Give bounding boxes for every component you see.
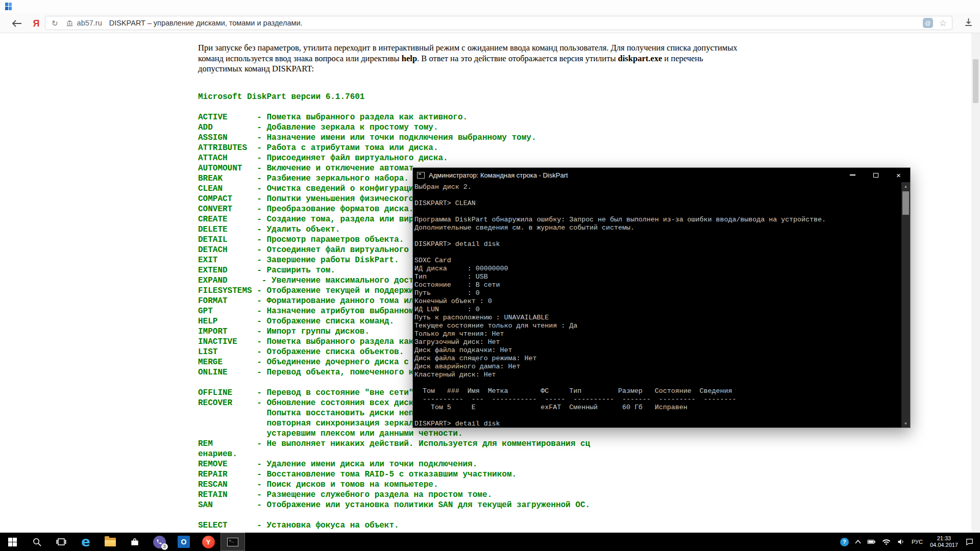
action-center-button[interactable] [962,533,977,551]
taskbar-store-button[interactable] [122,533,147,551]
intro-line-2c: и перечень [662,54,703,63]
clock-date: 04.04.2017 [930,542,958,548]
close-icon: × [896,171,901,179]
maximize-icon [873,173,878,178]
taskbar-cmd-button[interactable]: >_ [220,533,245,551]
download-icon [964,18,973,27]
viber-icon: 3 [153,536,166,548]
window-controls: × [841,168,910,182]
downloads-button[interactable] [964,18,973,27]
yandex-browser-icon: Y [202,536,215,548]
taskbar-viber-button[interactable]: 3 [147,533,172,551]
cmd-window-icon [417,172,425,179]
windows-logo-icon [8,537,17,547]
help-icon: ? [840,538,849,546]
intro-line-3: допустимых команд DISKPART: [198,64,314,73]
taskbar-outlook-button[interactable]: O [172,533,196,551]
minimize-button[interactable] [841,168,864,182]
task-view-button[interactable] [49,533,74,551]
language-indicator[interactable]: РУС [909,533,926,551]
edge-icon: e [81,535,90,548]
search-icon [32,537,42,547]
console-title: Администратор: Командная строка - DiskPa… [429,171,568,179]
maximize-button[interactable] [864,168,887,182]
intro-bold-help: help [402,54,417,63]
intro-line-1: При запуске без параметров, утилита пере… [198,43,738,53]
console-titlebar[interactable]: Администратор: Командная строка - DiskPa… [413,168,910,182]
page-title-text: DISKPART – управление дисками, томами и … [109,19,303,27]
browser-tab-strip [0,0,980,13]
minimize-icon [850,174,855,176]
folder-icon [105,538,116,546]
task-view-icon [56,537,66,547]
scroll-down-icon[interactable]: ▼ [901,419,910,428]
taskbar-edge-button[interactable]: e [74,533,98,551]
volume-status[interactable] [894,533,909,551]
console-body[interactable]: Выбран диск 2. DISKPART> CLEAN Программа… [413,182,901,428]
chevron-up-icon [855,540,861,544]
notification-badge: 3 [161,543,168,550]
refresh-icon[interactable]: ↻ [52,19,58,27]
scroll-up-icon[interactable]: ▲ [901,182,910,190]
browser-toolbar: Я ↻ ab57.ru DISKPART – управление дискам… [0,13,980,33]
tray-expand-button[interactable] [852,533,864,551]
address-bar[interactable]: ↻ ab57.ru DISKPART – управление дисками,… [45,16,952,30]
battery-icon [867,538,876,546]
close-button[interactable]: × [887,168,910,182]
network-status[interactable] [879,533,894,551]
cmd-icon: >_ [227,538,238,546]
intro-line-2a: команд используется ввод знака вопроса и… [198,54,402,63]
page-scrollbar-thumb[interactable] [973,59,978,103]
back-button[interactable] [10,18,23,29]
yandex-logo-button[interactable]: Я [30,17,43,30]
intro-bold-diskpart: diskpart.exe [618,54,663,63]
console-scrollbar-thumb[interactable] [902,191,909,215]
taskbar: e 3 O Y >_ ? [0,533,980,551]
tray-clock[interactable]: 21:33 04.04.2017 [926,535,962,548]
system-tray: ? РУС 21:33 04. [837,533,980,551]
site-icon [66,20,73,27]
taskbar-search-button[interactable] [24,533,49,551]
clock-time: 21:33 [930,535,958,542]
wifi-icon [882,538,891,546]
tab-favicon[interactable] [5,3,12,11]
intro-line-2b: . В ответ на это действие отображается в… [417,54,618,63]
back-arrow-icon [12,19,22,28]
console-output: Выбран диск 2. DISKPART> CLEAN Программа… [414,183,901,428]
tray-help-button[interactable]: ? [837,533,852,551]
store-bag-icon [130,537,140,547]
start-button[interactable] [0,533,24,551]
url-text: ab57.ru [77,19,102,27]
outlook-icon: O [178,536,190,548]
taskbar-yandex-browser-button[interactable]: Y [196,533,220,551]
battery-status[interactable] [864,533,879,551]
console-window: Администратор: Командная строка - DiskPa… [412,167,911,428]
page-scrollbar[interactable] [971,33,980,533]
taskbar-file-explorer-button[interactable] [98,533,122,551]
bookmark-star-icon[interactable]: ☆ [939,19,947,28]
intro-paragraph: При запуске без параметров, утилита пере… [198,43,872,74]
speaker-icon [897,538,905,546]
protect-extension-icon[interactable]: @ [923,18,933,28]
console-scrollbar[interactable]: ▲ ▼ [901,182,910,428]
action-center-icon [965,538,974,546]
